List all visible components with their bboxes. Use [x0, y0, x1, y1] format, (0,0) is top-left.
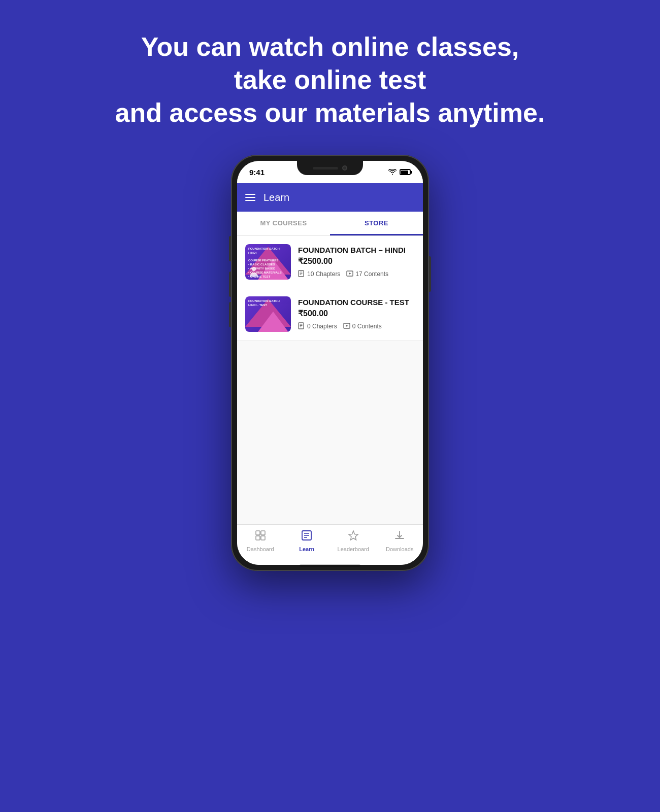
course-info-2: FOUNDATION COURSE - TEST ₹500.00 0 Chapt… — [298, 298, 415, 331]
nav-leaderboard[interactable]: Leaderboard — [330, 530, 377, 552]
chapters-icon-2 — [298, 322, 305, 331]
svg-rect-15 — [256, 536, 260, 540]
hamburger-icon[interactable] — [245, 194, 255, 201]
phone-screen: 9:41 Learn — [237, 161, 423, 565]
downloads-icon — [394, 530, 405, 544]
thumb-text-2: FOUNDATION BATCHHINDI - TEST — [248, 299, 280, 308]
thumb-triangle-4 — [258, 312, 288, 332]
phone-mockup: 9:41 Learn — [231, 155, 429, 571]
nav-dashboard-label: Dashboard — [247, 546, 274, 552]
chapters-meta-2: 0 Chapters — [298, 322, 337, 331]
bottom-nav: Dashboard Learn — [237, 524, 423, 565]
notch-speaker — [313, 167, 338, 170]
dashboard-icon — [255, 530, 266, 544]
hamburger-line-1 — [245, 194, 255, 195]
contents-meta-1: 17 Contents — [346, 270, 388, 279]
status-time: 9:41 — [249, 168, 265, 177]
course-name-2: FOUNDATION COURSE - TEST — [298, 298, 415, 307]
chapters-icon-1 — [298, 270, 305, 279]
course-price-1: ₹2500.00 — [298, 256, 415, 266]
headline-text: You can watch online classes, take onlin… — [115, 30, 545, 129]
course-list: FOUNDATION BATCHHINDICOURSE FEATURES• BA… — [237, 236, 423, 524]
battery-fill — [401, 171, 408, 174]
wifi-icon — [388, 169, 397, 175]
course-item[interactable]: FOUNDATION BATCHHINDICOURSE FEATURES• BA… — [237, 236, 423, 288]
hamburger-line-2 — [245, 197, 255, 198]
contents-icon-1 — [346, 270, 353, 279]
hamburger-line-3 — [245, 200, 255, 201]
learn-icon — [301, 530, 312, 544]
course-thumbnail-2: FOUNDATION BATCHHINDI - TEST — [245, 296, 291, 332]
svg-marker-12 — [346, 325, 348, 327]
thumb-bg-1: FOUNDATION BATCHHINDICOURSE FEATURES• BA… — [245, 244, 291, 280]
app-header: Learn — [237, 183, 423, 212]
nav-leaderboard-label: Leaderboard — [338, 546, 369, 552]
chapters-meta-1: 10 Chapters — [298, 270, 340, 279]
nav-learn[interactable]: Learn — [284, 530, 331, 552]
course-thumbnail-1: FOUNDATION BATCHHINDICOURSE FEATURES• BA… — [245, 244, 291, 280]
svg-marker-6 — [349, 273, 351, 275]
app-title: Learn — [263, 192, 289, 204]
svg-rect-16 — [261, 536, 265, 540]
course-meta-1: 10 Chapters 17 Contents — [298, 270, 415, 279]
home-indicator — [300, 564, 360, 565]
tabs-bar: MY COURSES STORE — [237, 212, 423, 236]
headline-line2: take online test — [234, 65, 426, 94]
thumb-figure-1 — [249, 266, 258, 278]
svg-marker-21 — [349, 531, 358, 540]
nav-downloads[interactable]: Downloads — [377, 530, 423, 552]
tab-my-courses[interactable]: MY COURSES — [237, 212, 330, 235]
course-info-1: FOUNDATION BATCH – HINDI ₹2500.00 10 Cha… — [298, 246, 415, 279]
contents-icon-2 — [343, 322, 350, 331]
course-meta-2: 0 Chapters 0 Contents — [298, 322, 415, 331]
nav-downloads-label: Downloads — [386, 546, 413, 552]
battery-icon — [400, 169, 411, 175]
status-bar: 9:41 — [237, 161, 423, 183]
status-icons — [388, 169, 411, 175]
svg-rect-14 — [261, 531, 265, 535]
thumb-bg-2: FOUNDATION BATCHHINDI - TEST — [245, 296, 291, 332]
headline-line1: You can watch online classes, — [141, 32, 519, 61]
svg-rect-13 — [256, 531, 260, 535]
svg-point-0 — [252, 267, 256, 271]
course-name-1: FOUNDATION BATCH – HINDI — [298, 246, 415, 254]
nav-learn-label: Learn — [299, 546, 314, 552]
tab-store[interactable]: STORE — [330, 212, 423, 235]
course-item-2[interactable]: FOUNDATION BATCHHINDI - TEST FOUNDATION … — [237, 288, 423, 341]
nav-dashboard[interactable]: Dashboard — [237, 530, 284, 552]
contents-meta-2: 0 Contents — [343, 322, 382, 331]
headline-line3: and access our materials anytime. — [115, 98, 545, 127]
course-price-2: ₹500.00 — [298, 309, 415, 318]
notch — [297, 161, 363, 175]
notch-camera — [342, 165, 347, 171]
leaderboard-icon — [348, 530, 359, 544]
